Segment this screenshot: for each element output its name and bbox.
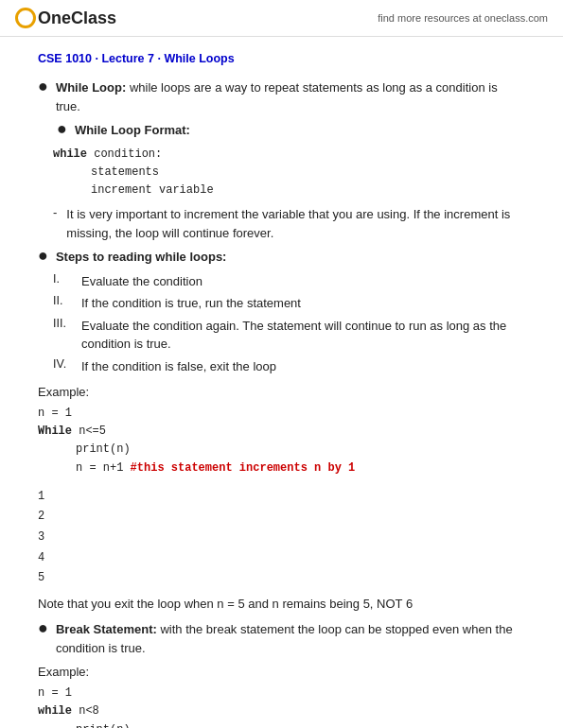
step-2-text: If the condition is true, run the statem…	[81, 294, 525, 313]
ex2-line2: while n<8	[38, 702, 525, 720]
ex1-line3: print(n)	[38, 441, 525, 459]
while-format-code: while condition: statements increment va…	[53, 146, 525, 200]
header-tagline: find more resources at oneclass.com	[378, 12, 548, 24]
while-loop-format-bullet: ● While Loop Format:	[57, 121, 525, 140]
example1-label: Example:	[38, 385, 525, 399]
dash-text-increment: It is very important to increment the va…	[66, 205, 525, 242]
steps-bold: Steps to reading while loops:	[56, 250, 227, 264]
code-line-increment: increment variable	[53, 182, 525, 199]
ex2-line3: print(n)	[38, 721, 525, 728]
step-1: I. Evaluate the condition	[53, 272, 525, 291]
step-4-num: IV.	[53, 357, 81, 371]
while-loop-format-text: While Loop Format:	[75, 121, 525, 140]
example1-section: Example: n = 1 While n<=5 print(n) n = n…	[38, 385, 525, 477]
logo-text: OneClass	[38, 9, 116, 28]
page-title: CSE 1010 · Lecture 7 · While Loops	[38, 52, 525, 65]
while-loop-text: While Loop: while loops are a way to rep…	[56, 78, 525, 115]
step-3-text: Evaluate the condition again. The statem…	[81, 317, 525, 354]
example2-section: Example: n = 1 while n<8 print(n) if n==…	[38, 665, 525, 728]
header: OneClass find more resources at oneclass…	[0, 0, 563, 37]
code-line-statements: statements	[53, 164, 525, 182]
logo-icon	[15, 8, 36, 28]
output-3: 3	[38, 528, 525, 548]
code-line-while: while condition:	[53, 146, 525, 164]
ex2-line1: n = 1	[38, 685, 525, 702]
example1-code: n = 1 While n<=5 print(n) n = n+1 #this …	[38, 405, 525, 477]
step-4-text: If the condition is false, exit the loop	[81, 357, 525, 376]
output-1: 1	[38, 487, 525, 508]
main-content: CSE 1010 · Lecture 7 · While Loops ● Whi…	[0, 37, 563, 728]
bullet-icon-4: ●	[38, 619, 48, 636]
step-1-text: Evaluate the condition	[81, 272, 525, 291]
example2-code: n = 1 while n<8 print(n) if n==3 break #…	[38, 685, 525, 728]
example2-label: Example:	[38, 665, 525, 679]
while-loop-bullet: ● While Loop: while loops are a way to r…	[38, 78, 525, 115]
break-statement-bold: Break Statement:	[56, 622, 157, 636]
while-loop-bold: While Loop:	[56, 80, 126, 95]
note1: Note that you exit the loop when n = 5 a…	[38, 595, 525, 614]
output-5: 5	[38, 568, 525, 589]
dash-symbol: -	[53, 205, 57, 219]
steps-text: Steps to reading while loops:	[56, 248, 525, 267]
bullet-icon: ●	[38, 78, 48, 95]
step-2-num: II.	[53, 294, 81, 307]
steps-list: I. Evaluate the condition II. If the con…	[53, 272, 525, 376]
dash-item-increment: - It is very important to increment the …	[53, 205, 525, 242]
step-3: III. Evaluate the condition again. The s…	[53, 317, 525, 354]
steps-bullet: ● Steps to reading while loops:	[38, 248, 525, 267]
step-1-num: I.	[53, 272, 81, 286]
ex1-comment: #this statement increments n by 1	[131, 461, 356, 475]
ex1-line4: n = n+1 #this statement increments n by …	[38, 459, 525, 477]
ex1-line2: While n<=5	[38, 423, 525, 441]
break-statement-text: Break Statement: with the break statemen…	[56, 620, 525, 657]
output-2: 2	[38, 507, 525, 528]
logo: OneClass	[15, 8, 116, 28]
step-2: II. If the condition is true, run the st…	[53, 294, 525, 313]
output-4: 4	[38, 548, 525, 569]
break-statement-bullet: ● Break Statement: with the break statem…	[38, 620, 525, 657]
step-4: IV. If the condition is false, exit the …	[53, 357, 525, 376]
ex1-line1: n = 1	[38, 405, 525, 423]
example1-output: 1 2 3 4 5	[38, 487, 525, 589]
bullet-icon-3: ●	[38, 247, 48, 264]
while-loop-format-bold: While Loop Format:	[75, 123, 190, 137]
bullet-icon-2: ●	[57, 120, 67, 137]
step-3-num: III.	[53, 317, 81, 330]
